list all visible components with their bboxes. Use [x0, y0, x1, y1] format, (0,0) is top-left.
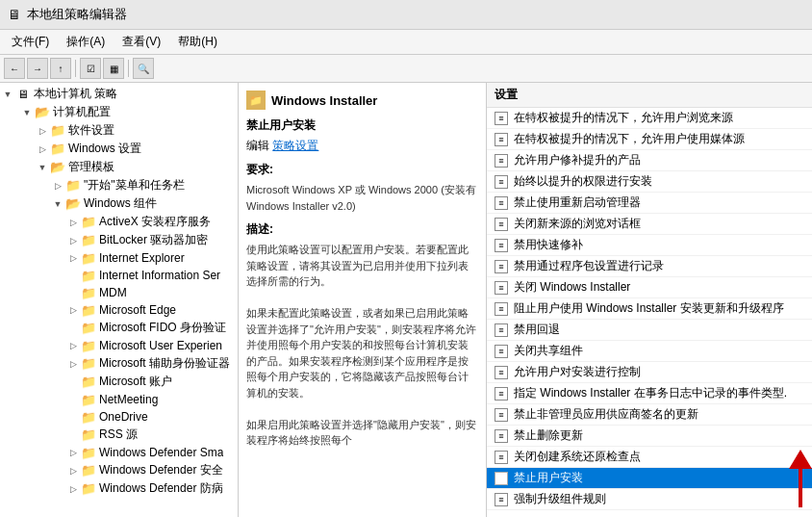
- tree-label-admin: 管理模板: [68, 159, 114, 175]
- right-item-4[interactable]: ≡ 始终以提升的权限进行安装: [487, 171, 812, 193]
- right-item-2[interactable]: ≡ 在特权被提升的情况下，允许用户使用媒体源: [487, 129, 812, 150]
- right-panel: 设置 ≡ 在特权被提升的情况下，允许用户浏览来源 ≡ 在特权被提升的情况下，允许…: [487, 83, 812, 517]
- right-item-1[interactable]: ≡ 在特权被提升的情况下，允许用户浏览来源: [487, 108, 812, 129]
- right-item-8[interactable]: ≡ 禁用通过程序包设置进行记录: [487, 256, 812, 277]
- policy-icon-11: ≡: [495, 323, 508, 337]
- show-hide-button[interactable]: ☑: [80, 58, 101, 79]
- tree-item-root[interactable]: ▼ 🖥 本地计算机 策略: [0, 85, 238, 103]
- right-item-10[interactable]: ≡ 阻止用户使用 Windows Installer 安装更新和升级程序: [487, 298, 812, 320]
- tree-item-mdm[interactable]: 📁 MDM: [0, 284, 238, 301]
- right-item-label-3: 允许用户修补提升的产品: [514, 152, 641, 168]
- tree-item-onedrive[interactable]: 📁 OneDrive: [0, 408, 238, 426]
- right-item-17[interactable]: ≡ 关闭创建系统还原检查点: [487, 447, 812, 468]
- middle-header: 📁 Windows Installer: [246, 90, 478, 110]
- expand-defender-protect: ▷: [65, 481, 81, 497]
- expand-activex: ▷: [65, 215, 81, 230]
- right-item-12[interactable]: ≡ 关闭共享组件: [487, 341, 812, 362]
- policy-icon-19: ≡: [495, 493, 508, 506]
- menu-bar: 文件(F) 操作(A) 查看(V) 帮助(H): [0, 30, 812, 55]
- folder-user-exp-icon: 📁: [81, 338, 96, 353]
- tree-item-admin-templates[interactable]: ▼ 📂 管理模板: [0, 158, 238, 176]
- folder-software-icon: 📁: [50, 123, 65, 139]
- tree-item-defender-protect[interactable]: ▷ 📁 Windows Defender 防病: [0, 479, 238, 498]
- tree-label-account: Microsoft 账户: [99, 374, 172, 390]
- expand-defender-smart: ▷: [65, 445, 81, 460]
- right-item-label-9: 关闭 Windows Installer: [514, 279, 630, 296]
- right-item-11[interactable]: ≡ 禁用回退: [487, 320, 812, 341]
- properties-button[interactable]: ▦: [103, 58, 124, 79]
- folder-passport-icon: 📁: [81, 356, 96, 372]
- right-item-13[interactable]: ≡ 允许用户对安装进行控制: [487, 362, 812, 383]
- menu-file[interactable]: 文件(F): [4, 32, 57, 52]
- folder-mdm-icon: 📁: [81, 285, 96, 300]
- policy-icon-18: ≡: [495, 472, 508, 485]
- right-item-14[interactable]: ≡ 指定 Windows Installer 在事务日志中记录的事件类型.: [487, 383, 812, 404]
- policy-settings-link[interactable]: 策略设置: [272, 139, 318, 152]
- expand-start: ▷: [50, 178, 65, 194]
- tree-item-bitlocker[interactable]: ▷ 📁 BitLocker 驱动器加密: [0, 231, 238, 249]
- right-item-label-8: 禁用通过程序包设置进行记录: [514, 258, 664, 274]
- requirements-text: Microsoft Windows XP 或 Windows 2000 (安装有…: [246, 182, 478, 214]
- right-item-15[interactable]: ≡ 禁止非管理员应用供应商签名的更新: [487, 404, 812, 426]
- policy-icon-6: ≡: [495, 218, 508, 231]
- right-item-label-5: 禁止使用重新启动管理器: [514, 194, 641, 211]
- arrow-indicator: [789, 450, 812, 507]
- expand-win-settings: ▷: [35, 142, 50, 157]
- tree-item-win-components[interactable]: ▼ 📂 Windows 组件: [0, 194, 238, 213]
- tree-item-iis[interactable]: 📁 Internet Information Ser: [0, 267, 238, 284]
- tree-item-account[interactable]: 📁 Microsoft 账户: [0, 373, 238, 391]
- right-item-7[interactable]: ≡ 禁用快速修补: [487, 235, 812, 256]
- tree-label-bitlocker: BitLocker 驱动器加密: [99, 232, 208, 248]
- right-item-5[interactable]: ≡ 禁止使用重新启动管理器: [487, 193, 812, 214]
- expand-root: ▼: [0, 87, 15, 102]
- up-button[interactable]: ↑: [50, 58, 71, 79]
- back-button[interactable]: ←: [4, 58, 25, 79]
- tree-item-windows-settings[interactable]: ▷ 📁 Windows 设置: [0, 140, 238, 158]
- menu-action[interactable]: 操作(A): [59, 32, 113, 52]
- right-item-19[interactable]: ≡ 强制升级组件规则: [487, 489, 812, 510]
- tree-item-activex[interactable]: ▷ 📁 ActiveX 安装程序服务: [0, 213, 238, 231]
- menu-view[interactable]: 查看(V): [114, 32, 168, 52]
- tree-label-activex: ActiveX 安装程序服务: [99, 214, 211, 230]
- tree-item-passport[interactable]: ▷ 📁 Microsoft 辅助身份验证器: [0, 354, 238, 373]
- tree-item-start-menu[interactable]: ▷ 📁 "开始"菜单和任务栏: [0, 176, 238, 194]
- menu-help[interactable]: 帮助(H): [170, 32, 225, 52]
- tree-item-software[interactable]: ▷ 📁 软件设置: [0, 121, 238, 140]
- expand-mdm: [65, 285, 81, 300]
- right-item-16[interactable]: ≡ 禁止删除更新: [487, 426, 812, 447]
- forward-button[interactable]: →: [27, 58, 48, 79]
- right-item-label-11: 禁用回退: [514, 322, 560, 338]
- right-item-label-15: 禁止非管理员应用供应商签名的更新: [514, 406, 698, 423]
- folder-bitlocker-icon: 📁: [81, 233, 96, 248]
- folder-header-icon: 📁: [246, 90, 266, 110]
- toolbar-separator-1: [75, 60, 76, 77]
- right-item-18-selected[interactable]: ≡ 禁止用户安装: [487, 468, 812, 489]
- tree-item-rss[interactable]: 📁 RSS 源: [0, 426, 238, 444]
- folder-admin-icon: 📂: [50, 160, 65, 175]
- toolbar-separator-2: [128, 60, 129, 77]
- tree-item-computer[interactable]: ▼ 📂 计算机配置: [0, 103, 238, 121]
- right-item-9[interactable]: ≡ 关闭 Windows Installer: [487, 277, 812, 298]
- edit-label: 编辑: [246, 139, 269, 152]
- tree-label-ie: Internet Explorer: [99, 251, 185, 265]
- right-item-3[interactable]: ≡ 允许用户修补提升的产品: [487, 150, 812, 171]
- main-container: ▼ 🖥 本地计算机 策略 ▼ 📂 计算机配置 ▷ 📁 软件设置 ▷ 📁 Wind…: [0, 83, 812, 517]
- tree-item-fido[interactable]: 📁 Microsoft FIDO 身份验证: [0, 319, 238, 337]
- tree-label-netmeeting: NetMeeting: [99, 393, 158, 406]
- expand-passport: ▷: [65, 356, 81, 372]
- tree-item-ie[interactable]: ▷ 📁 Internet Explorer: [0, 249, 238, 267]
- expand-account: [65, 375, 81, 390]
- tree-item-edge[interactable]: ▷ 📁 Microsoft Edge: [0, 301, 238, 319]
- folder-netmeeting-icon: 📁: [81, 392, 96, 407]
- tree-item-defender-safe[interactable]: ▷ 📁 Windows Defender 安全: [0, 461, 238, 479]
- right-item-label-6: 关闭新来源的浏览对话框: [514, 216, 641, 232]
- tree-item-user-exp[interactable]: ▷ 📁 Microsoft User Experien: [0, 337, 238, 354]
- expand-win-comp: ▼: [50, 196, 65, 212]
- right-item-label-1: 在特权被提升的情况下，允许用户浏览来源: [514, 110, 733, 126]
- right-item-6[interactable]: ≡ 关闭新来源的浏览对话框: [487, 214, 812, 235]
- tree-label-edge: Microsoft Edge: [99, 303, 176, 317]
- tree-item-netmeeting[interactable]: 📁 NetMeeting: [0, 391, 238, 408]
- tree-item-defender-smart[interactable]: ▷ 📁 Windows Defender Sma: [0, 444, 238, 461]
- filter-button[interactable]: 🔍: [133, 58, 154, 79]
- folder-start-icon: 📁: [65, 178, 81, 194]
